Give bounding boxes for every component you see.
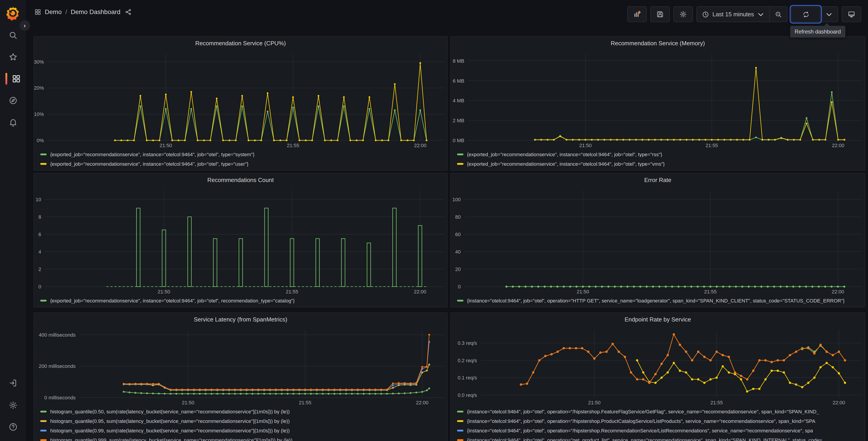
- svg-text:30%: 30%: [34, 59, 44, 65]
- legend-series-marker: [40, 299, 46, 301]
- svg-text:2: 2: [38, 266, 41, 272]
- add-panel-icon: [633, 10, 641, 18]
- svg-text:0.1 req/s: 0.1 req/s: [458, 375, 477, 381]
- sidebar-item-settings[interactable]: [0, 396, 26, 414]
- svg-text:8: 8: [38, 214, 41, 220]
- legend-series-label: {exported_job="recommendationservice", i…: [467, 161, 664, 167]
- legend-item[interactable]: {instance="otelcol:9464", job="otel", op…: [457, 416, 865, 425]
- refresh-group: [791, 6, 838, 22]
- panel-legend: {exported_job="recommendationservice", i…: [34, 149, 447, 170]
- svg-text:0 MB: 0 MB: [453, 138, 464, 143]
- legend-series-marker: [40, 163, 46, 165]
- svg-text:22:00: 22:00: [416, 400, 428, 406]
- svg-text:21:50: 21:50: [159, 143, 172, 148]
- legend-series-label: {exported_job="recommendationservice", i…: [50, 161, 248, 167]
- chart-canvas[interactable]: 0 MB2 MB4 MB6 MB8 MB21:5021:5522:00: [451, 50, 865, 149]
- sidebar-item-help[interactable]: [0, 418, 26, 436]
- svg-text:22:00: 22:00: [414, 143, 427, 148]
- legend-item[interactable]: {instance="otelcol:9464", job="otel", op…: [457, 407, 865, 416]
- svg-text:0: 0: [458, 284, 461, 290]
- legend-item[interactable]: histogram_quantile(0.95, sum(rate(latenc…: [40, 416, 447, 425]
- svg-text:21:55: 21:55: [286, 289, 298, 295]
- sidebar-item-starred[interactable]: [0, 48, 26, 66]
- legend-item[interactable]: histogram_quantile(0.999, sum(rate(laten…: [40, 435, 447, 441]
- legend-series-marker: [457, 420, 463, 422]
- legend-series-label: histogram_quantile(0.99, sum(rate(latenc…: [50, 428, 290, 433]
- svg-text:22:00: 22:00: [414, 289, 426, 295]
- legend-item[interactable]: {exported_job="recommendationservice", i…: [457, 149, 865, 159]
- panel-title[interactable]: Error Rate: [451, 173, 865, 187]
- legend-series-marker: [40, 410, 46, 412]
- svg-text:20: 20: [455, 266, 461, 272]
- chart-canvas[interactable]: 0.0 req/s0.1 req/s0.2 req/s0.3 req/s21:5…: [451, 326, 865, 407]
- legend-item[interactable]: {instance="otelcol:9464", job="otel", op…: [457, 425, 865, 435]
- svg-text:400 milliseconds: 400 milliseconds: [39, 332, 75, 338]
- chart-canvas[interactable]: 024681021:5021:5522:00: [34, 187, 447, 296]
- refresh-dashboard-button[interactable]: [792, 7, 820, 22]
- sign-in-icon: [8, 379, 18, 388]
- panel-title[interactable]: Service Latency (from SpanMetrics): [34, 313, 447, 326]
- svg-text:10: 10: [36, 197, 41, 202]
- expand-menu-icon[interactable]: ›: [19, 20, 30, 31]
- svg-text:2 MB: 2 MB: [453, 118, 464, 123]
- svg-text:22:00: 22:00: [833, 400, 845, 406]
- legend-series-label: {instance="otelcol:9464", job="otel", op…: [467, 428, 813, 433]
- legend-item[interactable]: histogram_quantile(0.50, sum(rate(latenc…: [40, 407, 447, 416]
- chart-canvas[interactable]: 0 milliseconds200 milliseconds400 millis…: [34, 326, 447, 407]
- svg-text:20%: 20%: [34, 85, 44, 91]
- add-panel-button[interactable]: [627, 6, 647, 22]
- legend-series-marker: [40, 430, 46, 431]
- chart-canvas[interactable]: 02040608010021:5021:5522:00: [451, 187, 865, 296]
- refresh-icon: [802, 11, 809, 18]
- zoom-out-button[interactable]: [769, 7, 787, 22]
- refresh-interval-dropdown[interactable]: [820, 7, 838, 22]
- legend-series-marker: [457, 163, 463, 165]
- time-range-picker[interactable]: Last 15 minutes: [697, 7, 769, 22]
- svg-text:21:55: 21:55: [299, 400, 311, 406]
- legend-item[interactable]: {exported_job="recommendationservice", i…: [40, 296, 447, 305]
- panel: Endpoint Rate by Service0.0 req/s0.1 req…: [450, 313, 865, 441]
- legend-item[interactable]: {exported_job="recommendationservice", i…: [40, 159, 447, 169]
- panel-legend: {exported_job="recommendationservice", i…: [451, 149, 865, 170]
- legend-item[interactable]: {instance="otelcol:9464", job="otel", op…: [457, 435, 865, 441]
- legend-item[interactable]: {exported_job="recommendationservice", i…: [40, 149, 447, 159]
- help-question-icon: [8, 422, 18, 432]
- legend-series-marker: [40, 439, 46, 441]
- sidebar-item-explore[interactable]: [0, 91, 26, 110]
- dashboard-toolbar: Last 15 minutes: [627, 6, 861, 22]
- gear-icon: [8, 401, 18, 410]
- panel: Recommendation Service (CPU%)0%10%20%30%…: [33, 36, 447, 171]
- panel-title[interactable]: Recommendation Service (CPU%): [34, 37, 447, 50]
- svg-text:21:50: 21:50: [588, 400, 600, 406]
- legend-series-label: histogram_quantile(0.50, sum(rate(latenc…: [50, 409, 290, 414]
- chart-canvas[interactable]: 0%10%20%30%21:5021:5522:00: [34, 50, 447, 149]
- svg-text:0%: 0%: [37, 138, 44, 143]
- svg-text:21:50: 21:50: [158, 289, 170, 295]
- sidebar-item-alerting[interactable]: [0, 113, 26, 131]
- kiosk-mode-button[interactable]: [842, 6, 861, 22]
- time-picker-group: Last 15 minutes: [696, 6, 787, 22]
- legend-item[interactable]: {instance="otelcol:9464", job="otel", op…: [457, 296, 865, 305]
- sidebar-item-sign-in[interactable]: [0, 374, 26, 392]
- sidebar-item-dashboards[interactable]: [0, 70, 26, 88]
- refresh-tooltip: Refresh dashboard: [790, 26, 845, 37]
- breadcrumb-folder[interactable]: Demo: [45, 8, 62, 16]
- panel-legend: {instance="otelcol:9464", job="otel", op…: [451, 296, 865, 307]
- grafana-logo[interactable]: [5, 5, 20, 22]
- svg-text:21:50: 21:50: [577, 289, 589, 295]
- share-dashboard-icon[interactable]: [125, 8, 132, 15]
- save-dashboard-button[interactable]: [650, 6, 670, 22]
- dashboard-settings-button[interactable]: [673, 6, 693, 22]
- svg-text:10%: 10%: [34, 111, 44, 117]
- legend-series-marker: [457, 410, 463, 412]
- legend-series-marker: [40, 153, 46, 155]
- legend-item[interactable]: {exported_job="recommendationservice", i…: [457, 159, 865, 169]
- panel-title[interactable]: Recommendation Service (Memory): [451, 37, 865, 50]
- panel-title[interactable]: Recommendations Count: [34, 173, 447, 187]
- clock-icon: [702, 11, 709, 18]
- legend-series-marker: [457, 430, 463, 431]
- legend-item[interactable]: histogram_quantile(0.99, sum(rate(latenc…: [40, 425, 447, 435]
- legend-series-marker: [40, 420, 46, 422]
- breadcrumb-dashboard[interactable]: Demo Dashboard: [71, 8, 120, 16]
- panel-title[interactable]: Endpoint Rate by Service: [451, 313, 865, 326]
